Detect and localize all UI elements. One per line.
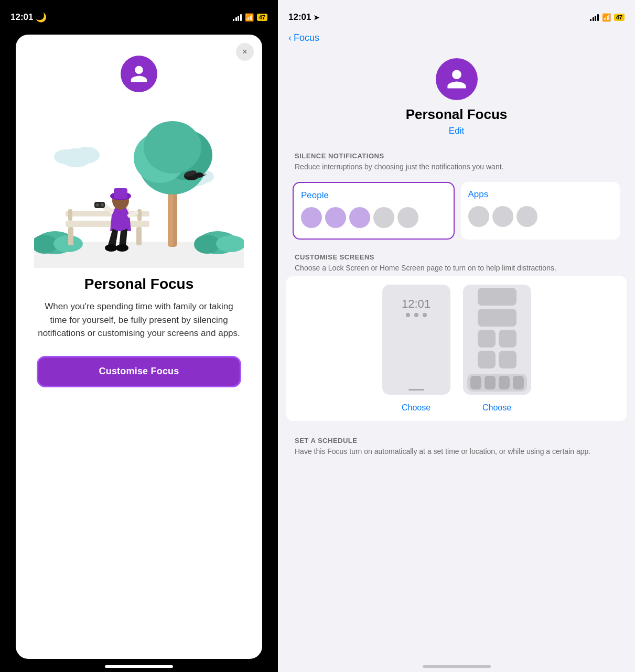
edit-button[interactable]: Edit <box>449 126 464 136</box>
avatar-5 <box>397 207 418 228</box>
dot-1 <box>406 313 410 317</box>
home-row-2 <box>467 309 527 327</box>
home-widget-2 <box>478 309 516 327</box>
screens-row: 12:01 Choose <box>286 276 627 421</box>
home-app-3 <box>478 351 496 368</box>
lock-screen-item: 12:01 Choose <box>382 285 450 413</box>
dot-2 <box>414 313 418 317</box>
lock-handle <box>408 389 424 391</box>
avatar-2 <box>325 207 346 228</box>
home-indicator-right <box>423 665 491 668</box>
focus-header: Personal Focus Edit <box>286 48 627 145</box>
location-arrow-icon: ➤ <box>314 14 319 21</box>
left-panel: 12:01 🌙 📶 47 × <box>0 0 278 672</box>
left-title: Personal Focus <box>37 276 241 292</box>
lock-time: 12:01 <box>402 297 430 311</box>
silence-desc: Reduce interruptions by choosing just th… <box>295 162 618 172</box>
dock-icon-4 <box>513 376 524 389</box>
home-dock <box>467 374 527 392</box>
customise-focus-button[interactable]: Customise Focus <box>37 356 241 387</box>
left-content: Personal Focus When you're spending time… <box>31 276 246 387</box>
back-button[interactable]: ‹ Focus <box>288 32 625 44</box>
home-indicator-left <box>105 665 173 668</box>
svg-rect-35 <box>96 203 99 207</box>
lock-dots <box>406 313 427 317</box>
svg-rect-25 <box>68 227 73 245</box>
nav-bar: ‹ Focus <box>278 28 635 48</box>
svg-point-2 <box>73 147 100 164</box>
illustration <box>31 50 246 270</box>
lock-screen-choose-button[interactable]: Choose <box>402 403 430 413</box>
home-row-1 <box>467 288 527 306</box>
silence-title: SILENCE NOTIFICATIONS <box>295 152 618 160</box>
person-icon-left <box>129 64 149 84</box>
home-screen-item: Choose <box>463 285 531 413</box>
status-bar-left: 12:01 🌙 📶 47 <box>0 0 278 28</box>
wifi-icon-right: 📶 <box>602 13 611 21</box>
right-scroll-area[interactable]: Personal Focus Edit SILENCE NOTIFICATION… <box>278 48 635 661</box>
schedule-section-header: SET A SCHEDULE Have this Focus turn on a… <box>286 429 627 460</box>
dot-3 <box>423 313 427 317</box>
signal-icon-left <box>233 14 242 21</box>
home-row-3 <box>467 330 527 348</box>
schedule-desc: Have this Focus turn on automatically at… <box>295 447 618 457</box>
app-icon-3 <box>516 206 537 227</box>
svg-rect-33 <box>114 188 127 199</box>
svg-rect-28 <box>68 209 72 221</box>
focus-title: Personal Focus <box>406 106 508 123</box>
time-right: 12:01 ➤ <box>288 12 319 23</box>
focus-avatar <box>436 58 478 100</box>
svg-rect-36 <box>101 203 104 207</box>
home-screen-mockup <box>463 285 531 395</box>
people-card[interactable]: People <box>293 182 455 240</box>
home-grid <box>467 288 527 392</box>
svg-point-21 <box>195 172 203 178</box>
apps-card-title: Apps <box>468 189 614 200</box>
customise-title: CUSTOMISE SCREENS <box>295 253 618 261</box>
park-scene <box>34 74 244 268</box>
apps-card[interactable]: Apps <box>461 182 621 240</box>
people-card-title: People <box>301 190 446 201</box>
battery-right: 47 <box>614 14 625 21</box>
back-label: Focus <box>294 32 319 44</box>
time-text-right: 12:01 <box>288 12 311 23</box>
time-text-left: 12:01 <box>10 12 33 23</box>
right-panel: 12:01 ➤ 📶 47 ‹ Focus Pers <box>278 0 635 672</box>
lock-screen-mockup: 12:01 <box>382 285 450 395</box>
back-chevron-icon: ‹ <box>288 32 292 44</box>
status-icons-right: 📶 47 <box>590 13 625 21</box>
svg-rect-24 <box>66 221 149 227</box>
home-screen-choose-button[interactable]: Choose <box>482 403 511 413</box>
customise-section-header: CUSTOMISE SCREENS Choose a Lock Screen o… <box>286 246 627 277</box>
signal-icon-right <box>590 14 599 21</box>
svg-point-19 <box>144 121 201 174</box>
home-app-2 <box>499 330 516 348</box>
apps-icons <box>468 206 614 227</box>
avatar-3 <box>349 207 370 228</box>
svg-rect-29 <box>137 209 142 221</box>
home-widget <box>478 288 516 306</box>
app-icon-1 <box>468 206 489 227</box>
left-description: When you're spending time with family or… <box>37 300 241 340</box>
silence-section-header: SILENCE NOTIFICATIONS Reduce interruptio… <box>286 145 627 176</box>
time-left: 12:01 🌙 <box>10 12 47 23</box>
person-avatar-left <box>121 56 157 92</box>
avatar-1 <box>301 207 322 228</box>
people-avatars <box>301 207 446 228</box>
notifications-row: People Apps <box>286 176 627 246</box>
status-icons-left: 📶 47 <box>233 13 267 21</box>
home-row-4 <box>467 351 527 368</box>
home-app-4 <box>499 351 516 368</box>
svg-point-38 <box>116 244 128 252</box>
battery-left: 47 <box>257 14 267 21</box>
dock-icon-2 <box>485 376 496 389</box>
svg-point-37 <box>105 244 117 252</box>
svg-rect-15 <box>168 189 173 247</box>
avatar-4 <box>373 207 394 228</box>
wifi-icon-left: 📶 <box>245 13 254 21</box>
status-bar-right: 12:01 ➤ 📶 47 <box>278 0 635 28</box>
intro-card: × <box>16 35 262 659</box>
customise-desc: Choose a Lock Screen or Home Screen page… <box>295 263 618 274</box>
moon-icon: 🌙 <box>36 12 47 23</box>
svg-rect-26 <box>136 227 142 245</box>
